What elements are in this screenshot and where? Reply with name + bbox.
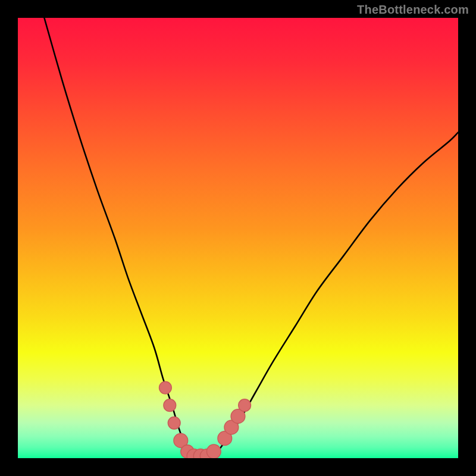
curve-markers	[159, 381, 251, 458]
curve-marker	[206, 444, 221, 458]
chart-frame: TheBottleneck.com	[0, 0, 476, 476]
curve-marker	[159, 381, 172, 394]
bottleneck-curve	[44, 18, 458, 458]
curve-marker	[239, 399, 251, 412]
curve-marker	[168, 416, 180, 429]
watermark-text: TheBottleneck.com	[357, 3, 469, 17]
plot-area	[18, 18, 458, 458]
curve-marker	[164, 399, 176, 412]
curve-layer	[18, 18, 458, 458]
